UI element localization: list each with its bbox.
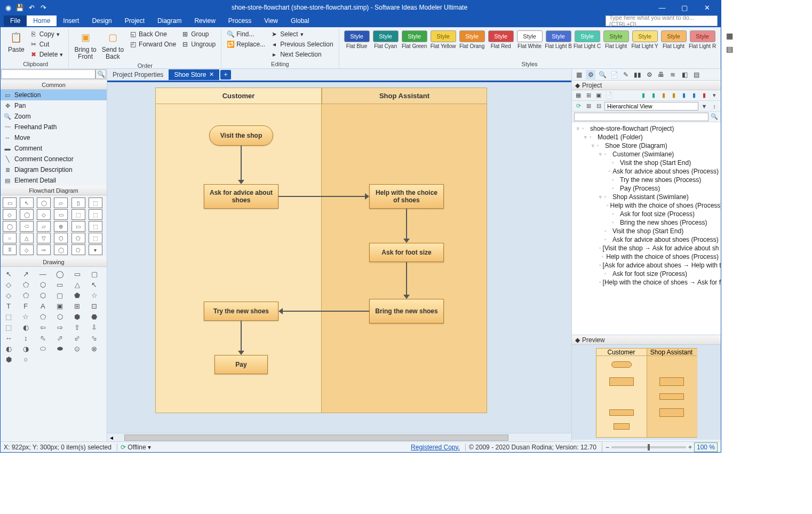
rtool-icon[interactable]: 📄 [609,70,619,80]
ribbon-extra-icon2[interactable]: ▤ [724,43,735,56]
node-visit[interactable]: Visit the shop [209,125,273,146]
draw-tool[interactable]: ▣ [54,301,66,311]
shape-tool[interactable]: ⬚ [89,221,102,232]
tool-selection[interactable]: ▭Selection [1,90,107,100]
preview-canvas[interactable]: CustomerShop Assistant [572,345,721,440]
collapse-icon[interactable]: ⊟ [594,102,603,110]
tree-node[interactable]: ▫[Ask for advice about shoes → Help with… [573,261,720,270]
shape-tool[interactable]: ◯ [20,209,34,220]
tree-node[interactable]: ▫Ask for foot size (Process) [573,210,720,218]
draw-tool[interactable]: ▭ [54,280,66,289]
draw-tool[interactable]: ⬡ [37,280,49,289]
undo-icon[interactable]: ↶ [27,3,36,12]
tree-search-input[interactable] [574,113,708,121]
draw-tool[interactable]: ⇧ [71,322,83,332]
tree-node[interactable]: ▫[Visit the shop → Ask for advice about … [573,244,720,252]
ptool-icon[interactable]: ▾ [710,91,719,100]
replace-button[interactable]: 🔁Replace... [225,39,267,49]
shape-tool[interactable]: ◯ [54,244,68,255]
draw-tool[interactable]: ⬢ [71,312,83,321]
forward-one-button[interactable]: ◰Forward One [127,39,178,49]
cut-button[interactable]: ✂Cut [28,39,66,49]
draw-tool[interactable]: ⬠ [20,290,31,300]
tool-zoom[interactable]: 🔍Zoom [1,111,107,122]
draw-tool[interactable]: ⬡ [54,312,66,321]
find-button[interactable]: 🔍Find... [225,29,267,39]
rtool-icon[interactable]: ✎ [621,70,631,80]
tree-node[interactable]: ▫Visit the shop (Start End) [573,227,720,235]
delete-button[interactable]: ✖Delete ▾ [28,50,66,59]
style-swatch[interactable]: Style [575,30,600,42]
tree-node[interactable]: ▫Ask for advice about shoes (Process) [573,167,720,176]
style-swatch[interactable]: Style [373,30,399,42]
redo-icon[interactable]: ↷ [39,3,47,12]
rtool-icon[interactable]: ▮▮ [633,70,642,80]
ptool-icon[interactable]: ▮ [680,91,688,100]
tab-project-properties[interactable]: Project Properties [107,69,169,80]
draw-tool[interactable]: T [3,301,14,311]
menu-home[interactable]: Home [27,15,57,26]
draw-tool[interactable]: ⬟ [71,290,83,300]
shape-tool[interactable]: ▽ [37,233,51,243]
draw-tool[interactable]: ⬀ [54,333,66,343]
rtool-icon[interactable]: ◧ [680,70,689,80]
draw-tool[interactable]: ☆ [89,290,100,300]
rtool-icon[interactable]: ⚙ [644,70,654,80]
filter-icon[interactable]: ▼ [700,102,708,110]
rtool-icon[interactable]: ▤ [691,70,701,80]
menu-insert[interactable]: Insert [57,15,85,26]
shape-tool[interactable]: ○ [3,233,17,243]
draw-tool[interactable]: ◐ [20,322,31,332]
node-pay[interactable]: Pay [214,355,268,374]
draw-tool[interactable]: ↕ [20,333,31,343]
node-ask[interactable]: Ask for advice about shoes [204,184,278,209]
ptool-icon[interactable]: ▮ [649,91,658,100]
shape-tool[interactable]: ⬠ [71,233,85,243]
zoom-control[interactable]: −+ 100 % [602,442,718,452]
ptool-icon[interactable]: ⊞ [584,91,593,100]
prev-sel-button[interactable]: ◂Previous Selection [268,39,335,49]
draw-tool[interactable]: ⬁ [37,333,49,343]
shape-tool[interactable]: ◇ [3,209,17,220]
draw-tool[interactable]: ◇ [3,280,14,289]
shape-tool[interactable]: ⧖ [3,244,17,255]
ptool-icon[interactable]: ▮ [670,91,678,100]
menu-process[interactable]: Process [222,15,258,26]
draw-tool[interactable]: ⊗ [89,344,100,353]
draw-tool[interactable]: ⬂ [89,333,100,343]
style-swatch[interactable]: Style [488,30,514,42]
style-swatch[interactable]: Style [690,30,715,42]
tree-node[interactable]: ▫Bring the new shoes (Process) [573,218,720,227]
draw-tool[interactable]: ⬚ [3,312,14,321]
draw-tool[interactable]: ▢ [54,290,66,300]
tool-move[interactable]: ↔Move [1,132,107,143]
draw-tool[interactable]: ⊞ [71,301,83,311]
shape-tool[interactable]: ◯ [3,221,17,232]
shape-tool[interactable]: ⬚ [89,209,102,220]
shape-tool[interactable]: ◯ [37,197,51,208]
draw-tool[interactable]: ◇ [3,290,14,300]
menu-review[interactable]: Review [188,15,221,26]
tree-node[interactable]: ▿▫Shop Assistant (Swimlane) [573,193,720,201]
rtool-icon[interactable]: 🖶 [656,70,666,80]
left-search-input[interactable] [1,69,95,79]
style-swatch[interactable]: Style [661,30,687,42]
search-icon[interactable]: 🔍 [710,113,719,121]
draw-tool[interactable]: ⬡ [37,290,49,300]
sort-icon[interactable]: ↕ [710,102,719,110]
add-tab-button[interactable]: ＋ [220,70,231,80]
group-button[interactable]: ⊞Group [179,29,218,39]
shape-tool[interactable]: ▱ [37,221,51,232]
ungroup-button[interactable]: ⊟Ungroup [179,39,218,49]
draw-tool[interactable]: ▭ [71,269,83,279]
h-scrollbar[interactable]: ◂ [107,433,571,441]
rtool-icon[interactable]: ▦ [574,70,584,80]
tree-node[interactable]: ▫Ask for advice about shoes (Process) [573,235,720,244]
node-foot[interactable]: Ask for foot size [369,243,444,262]
draw-tool[interactable]: ⬣ [89,312,100,321]
refresh-icon[interactable]: ⟳ [574,102,583,110]
tree-node[interactable]: ▿▫Shoe Store (Diagram) [573,141,720,150]
swimlane-customer-head[interactable]: Customer [156,88,321,104]
tree-node[interactable]: ▫Pay (Process) [573,184,720,193]
draw-tool[interactable]: ⇨ [54,322,66,332]
